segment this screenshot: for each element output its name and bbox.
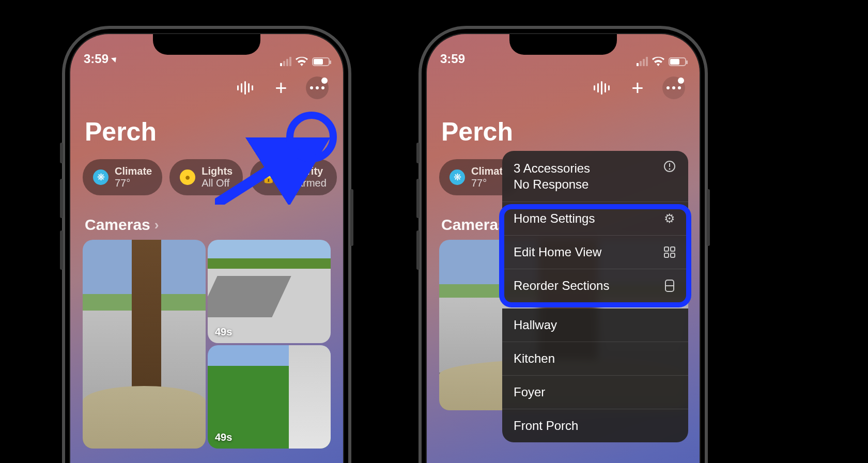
announce-button[interactable]	[590, 76, 613, 99]
menu-room-hallway[interactable]: Hallway	[502, 308, 688, 342]
side-button[interactable]	[707, 189, 710, 246]
climate-chip[interactable]: ❋ Climate77°	[83, 159, 162, 195]
fan-icon: ❋	[450, 169, 465, 185]
menu-alert[interactable]: 3 Accessories No Response	[502, 151, 688, 202]
more-button[interactable]	[662, 76, 685, 99]
volume-up[interactable]	[60, 179, 63, 218]
cameras-label: Cameras	[441, 216, 507, 234]
battery-icon	[312, 57, 330, 66]
announce-button[interactable]	[234, 76, 256, 99]
annotation-circle	[286, 112, 337, 162]
cameras-label: Cameras	[85, 216, 150, 234]
fan-icon: ❋	[93, 169, 109, 185]
wifi-icon	[652, 57, 664, 66]
menu-alert-line2: No Response	[514, 176, 590, 192]
home-title: Perch	[427, 99, 700, 154]
cell-signal-icon	[280, 57, 291, 66]
add-button[interactable]: +	[626, 76, 649, 99]
volume-up[interactable]	[416, 179, 420, 218]
chevron-right-icon: ›	[154, 217, 159, 233]
notch	[153, 34, 260, 55]
battery-icon	[669, 57, 686, 66]
camera-tile-yard[interactable]: 49s	[208, 345, 331, 449]
wifi-icon	[296, 57, 308, 66]
mute-switch[interactable]	[60, 143, 63, 163]
menu-room-front-porch[interactable]: Front Porch	[502, 409, 688, 442]
top-actions: +	[427, 66, 700, 99]
status-time: 3:59	[84, 52, 109, 66]
cameras-header[interactable]: Cameras ›	[70, 205, 343, 240]
side-button[interactable]	[350, 189, 353, 246]
menu-rooms: Hallway Kitchen Foyer Front Porch	[502, 308, 688, 442]
volume-down[interactable]	[60, 230, 63, 270]
mute-switch[interactable]	[416, 143, 420, 163]
camera-grid: 48s 49s 49s	[70, 240, 343, 449]
camera-tile-drive[interactable]: 49s	[208, 240, 331, 343]
menu-alert-line1: 3 Accessories	[514, 160, 590, 176]
phone-left: 3:59 + Perch ❋	[62, 26, 351, 463]
camera-tile-front[interactable]: 48s	[83, 240, 206, 449]
svg-point-3	[669, 168, 671, 170]
status-time: 3:59	[440, 52, 465, 66]
notch	[509, 34, 617, 55]
top-actions: +	[70, 66, 343, 99]
add-button[interactable]: +	[270, 76, 292, 99]
bulb-icon: ●	[180, 169, 195, 185]
phone-right: 3:59 + Perch ❋ Cl	[419, 26, 708, 463]
annotation-rectangle	[499, 204, 691, 307]
cell-signal-icon	[637, 57, 648, 66]
menu-room-kitchen[interactable]: Kitchen	[502, 342, 688, 376]
notification-badge	[678, 78, 684, 84]
menu-room-foyer[interactable]: Foyer	[502, 376, 688, 409]
location-icon	[111, 55, 118, 63]
volume-down[interactable]	[416, 230, 420, 270]
alert-icon	[662, 160, 677, 173]
more-button[interactable]	[306, 76, 329, 99]
notification-badge	[321, 78, 328, 84]
